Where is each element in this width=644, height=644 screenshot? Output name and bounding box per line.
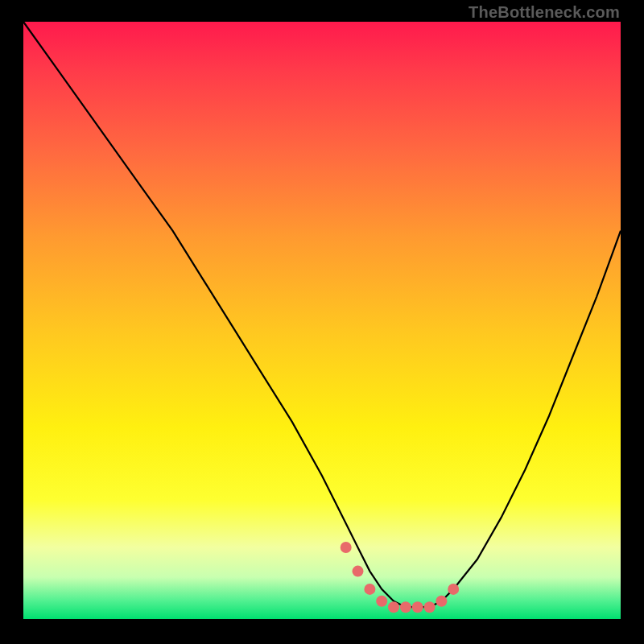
chart-frame: TheBottleneck.com: [0, 0, 644, 644]
highlight-dot: [388, 601, 399, 613]
watermark-text: TheBottleneck.com: [469, 3, 620, 22]
highlight-dot: [364, 584, 375, 595]
bottleneck-curve: [23, 22, 621, 607]
plot-area: [23, 22, 621, 619]
highlight-dot: [436, 596, 447, 607]
highlight-dot: [412, 601, 423, 613]
highlight-dot: [424, 601, 436, 613]
bottleneck-curve-svg: [23, 22, 621, 619]
highlight-dot: [448, 584, 459, 595]
highlight-dot: [376, 596, 387, 607]
highlight-dot: [353, 566, 364, 577]
highlight-dots: [341, 542, 460, 613]
highlight-dot: [341, 542, 352, 553]
highlight-dot: [400, 601, 411, 613]
